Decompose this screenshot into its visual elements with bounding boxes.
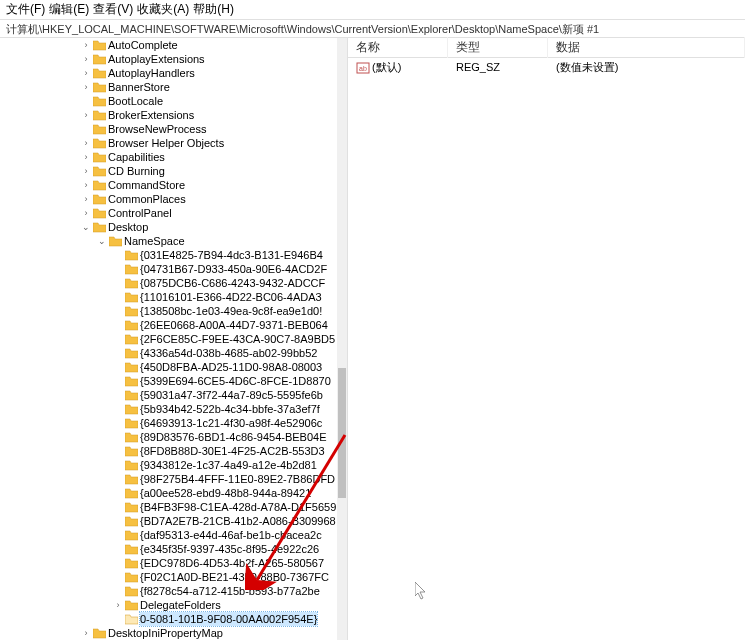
chevron-right-icon[interactable]: › [80,164,92,178]
col-header-name[interactable]: 名称 [348,37,448,58]
tree-item[interactable]: ›DesktopIniPropertyMap [0,626,337,640]
tree-item[interactable]: {98F275B4-4FFF-11E0-89E2-7B86DFD [0,472,337,486]
chevron-right-icon[interactable]: › [80,136,92,150]
folder-icon [124,599,138,611]
tree-item-label: {11016101-E366-4D22-BC06-4ADA3 [140,290,322,304]
tree-item[interactable]: ›CommonPlaces [0,192,337,206]
folder-icon [124,361,138,373]
tree-item[interactable]: {5b934b42-522b-4c34-bbfe-37a3ef7f [0,402,337,416]
menu-file[interactable]: 文件(F) [6,1,45,18]
tree-item-label: {9343812e-1c37-4a49-a12e-4b2d81 [140,458,317,472]
chevron-down-icon[interactable]: ⌄ [96,234,108,248]
tree-pane: ›AutoComplete›AutoplayExtensions›Autopla… [0,38,348,640]
folder-icon [92,165,106,177]
tree-item[interactable]: {4336a54d-038b-4685-ab02-99bb52 [0,346,337,360]
tree-item[interactable]: {EDC978D6-4D53-4b2f-A265-580567 [0,556,337,570]
tree-item[interactable]: ⌄Desktop [0,220,337,234]
tree-item-label: {26EE0668-A00A-44D7-9371-BEB064 [140,318,328,332]
tree-item[interactable]: {450D8FBA-AD25-11D0-98A8-08003 [0,360,337,374]
tree-item[interactable]: ›CD Burning [0,164,337,178]
chevron-right-icon[interactable]: › [80,80,92,94]
tree-scroll-thumb[interactable] [338,368,346,498]
folder-icon [124,571,138,583]
chevron-right-icon[interactable]: › [80,626,92,640]
menu-view[interactable]: 查看(V) [93,1,133,18]
tree-item[interactable]: 0-5081-101B-9F08-00AA002F954E} [0,612,337,626]
tree-item[interactable]: ›ControlPanel [0,206,337,220]
tree-item[interactable]: ›AutoplayExtensions [0,52,337,66]
menu-help[interactable]: 帮助(H) [193,1,234,18]
tree-scroll[interactable]: ›AutoComplete›AutoplayExtensions›Autopla… [0,38,337,640]
folder-icon [124,417,138,429]
chevron-right-icon[interactable]: › [80,192,92,206]
folder-icon [92,193,106,205]
tree-item[interactable]: BootLocale [0,94,337,108]
folder-icon [92,67,106,79]
folder-icon [124,375,138,387]
chevron-right-icon[interactable]: › [80,52,92,66]
tree-item[interactable]: {F02C1A0D-BE21-4350-88B0-7367FC [0,570,337,584]
chevron-right-icon[interactable]: › [80,206,92,220]
tree-item[interactable]: {8FD8B88D-30E1-4F25-AC2B-553D3 [0,444,337,458]
tree-item[interactable]: {0875DCB6-C686-4243-9432-ADCCF [0,276,337,290]
tree-item[interactable]: {f8278c54-a712-415b-b593-b77a2be [0,584,337,598]
list-row[interactable]: ab (默认) REG_SZ (数值未设置) [348,58,745,76]
tree-item[interactable]: ›Capabilities [0,150,337,164]
chevron-right-icon[interactable]: › [112,598,124,612]
chevron-down-icon[interactable]: ⌄ [80,220,92,234]
tree-item[interactable]: {031E4825-7B94-4dc3-B131-E946B4 [0,248,337,262]
tree-item[interactable]: {e345f35f-9397-435c-8f95-4e922c26 [0,542,337,556]
chevron-right-icon[interactable]: › [80,108,92,122]
tree-item[interactable]: ›DelegateFolders [0,598,337,612]
tree-item[interactable]: {2F6CE85C-F9EE-43CA-90C7-8A9BD5 [0,332,337,346]
tree-item-label: {59031a47-3f72-44a7-89c5-5595fe6b [140,388,323,402]
menu-favorites[interactable]: 收藏夹(A) [137,1,189,18]
tree-item[interactable]: {59031a47-3f72-44a7-89c5-5595fe6b [0,388,337,402]
tree-item[interactable]: {89D83576-6BD1-4c86-9454-BEB04E [0,430,337,444]
address-bar[interactable]: 计算机\HKEY_LOCAL_MACHINE\SOFTWARE\Microsof… [0,20,745,38]
tree-item[interactable]: {B4FB3F98-C1EA-428d-A78A-D1F5659 [0,500,337,514]
menu-edit[interactable]: 编辑(E) [49,1,89,18]
folder-icon [124,263,138,275]
folder-icon [92,109,106,121]
tree-item-label: CommandStore [108,178,185,192]
chevron-right-icon[interactable]: › [80,38,92,52]
tree-item[interactable]: {5399E694-6CE5-4D6C-8FCE-1D8870 [0,374,337,388]
tree-item[interactable]: ›AutoComplete [0,38,337,52]
tree-item[interactable]: {138508bc-1e03-49ea-9c8f-ea9e1d0! [0,304,337,318]
folder-icon [92,179,106,191]
folder-icon [92,207,106,219]
tree-item[interactable]: ›CommandStore [0,178,337,192]
tree-item[interactable]: ›AutoplayHandlers [0,66,337,80]
chevron-right-icon[interactable]: › [80,66,92,80]
tree-item[interactable]: {04731B67-D933-450a-90E6-4ACD2F [0,262,337,276]
tree-item[interactable]: {9343812e-1c37-4a49-a12e-4b2d81 [0,458,337,472]
tree-item[interactable]: {BD7A2E7B-21CB-41b2-A086-B309968 [0,514,337,528]
chevron-right-icon[interactable]: › [80,178,92,192]
tree-item[interactable]: {64693913-1c21-4f30-a98f-4e52906c [0,416,337,430]
tree-item[interactable]: ›BrokerExtensions [0,108,337,122]
value-name-cell: ab (默认) [348,60,448,75]
tree-item[interactable]: ›BannerStore [0,80,337,94]
tree-item[interactable]: {daf95313-e44d-46af-be1b-cbacea2c [0,528,337,542]
tree-item[interactable]: ›Browser Helper Objects [0,136,337,150]
folder-icon [124,305,138,317]
tree-item-label: AutoplayHandlers [108,66,195,80]
col-header-type[interactable]: 类型 [448,37,548,58]
folder-icon [124,403,138,415]
address-text: 计算机\HKEY_LOCAL_MACHINE\SOFTWARE\Microsof… [6,23,599,35]
chevron-right-icon[interactable]: › [80,150,92,164]
tree-item[interactable]: ⌄NameSpace [0,234,337,248]
tree-item-label: BannerStore [108,80,170,94]
svg-text:ab: ab [359,65,367,72]
tree-item[interactable]: {11016101-E366-4D22-BC06-4ADA3 [0,290,337,304]
folder-icon [124,445,138,457]
folder-icon [124,501,138,513]
folder-icon [124,543,138,555]
tree-item[interactable]: BrowseNewProcess [0,122,337,136]
folder-icon [124,389,138,401]
tree-scrollbar[interactable] [337,38,347,640]
tree-item[interactable]: {26EE0668-A00A-44D7-9371-BEB064 [0,318,337,332]
col-header-data[interactable]: 数据 [548,37,745,58]
tree-item[interactable]: {a00ee528-ebd9-48b8-944a-89421 [0,486,337,500]
